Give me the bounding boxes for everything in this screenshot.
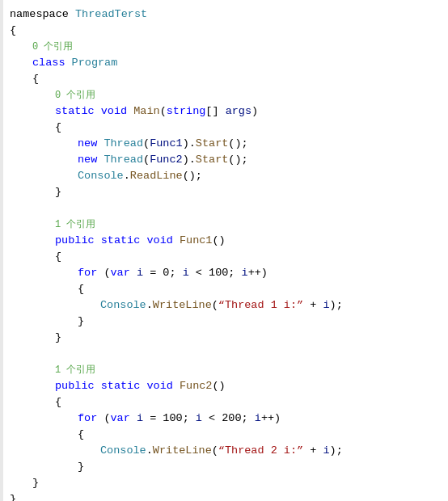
token-plain: }	[55, 186, 61, 198]
code-content: 1 个引用	[10, 362, 95, 378]
token-plain: (	[104, 267, 110, 279]
code-line: 1 个引用	[0, 362, 448, 378]
code-line: Console.WriteLine(“Thread 2 i:” + i);	[0, 443, 448, 459]
code-content: }	[10, 184, 61, 200]
code-line: new Thread(Func2).Start();	[0, 152, 448, 168]
code-content: {	[10, 120, 61, 136]
code-line: namespace ThreadTerst	[0, 6, 448, 23]
code-content: for (var i = 100; i < 200; i++)	[10, 410, 281, 427]
code-content: new Thread(Func1).Start();	[10, 136, 248, 152]
token-comment: 1 个引用	[55, 219, 95, 230]
token-kw: public	[55, 380, 101, 392]
token-plain: )	[251, 105, 258, 117]
token-string: “Thread 1 i:”	[218, 299, 303, 311]
token-plain: (	[212, 299, 218, 311]
token-kw: void	[146, 380, 180, 392]
token-plain: < 100;	[189, 267, 242, 279]
token-kw: static	[101, 234, 147, 246]
token-varname: i	[323, 299, 330, 311]
code-line: }	[0, 475, 448, 491]
token-kw: class	[32, 57, 72, 69]
code-line: 1 个引用	[0, 217, 448, 233]
token-varname: Func1	[150, 137, 183, 149]
code-line: {	[0, 120, 448, 136]
code-line: static void Main(string[] args)	[0, 103, 448, 120]
token-plain: = 100;	[143, 412, 196, 424]
token-plain: ++)	[261, 412, 281, 424]
code-content: Console.WriteLine(“Thread 1 i:” + i);	[10, 297, 343, 314]
code-line: public static void Func1()	[0, 233, 448, 249]
token-plain: (	[212, 444, 218, 457]
token-plain: +	[303, 444, 323, 457]
code-content: public static void Func2()	[10, 378, 226, 394]
token-plain: {	[55, 121, 61, 133]
code-content: {	[10, 249, 61, 265]
code-content: Console.WriteLine(“Thread 2 i:” + i);	[10, 443, 343, 459]
token-plain: .	[146, 444, 153, 457]
token-method: Func2	[180, 380, 213, 392]
token-plain: (	[104, 412, 110, 424]
code-content: Console.ReadLine();	[10, 168, 202, 184]
code-line: {	[0, 71, 448, 87]
token-varname: args	[226, 105, 251, 117]
token-method: WriteLine	[153, 444, 212, 457]
token-classname: Program	[72, 57, 118, 69]
token-plain: }	[10, 493, 16, 501]
token-plain: ()	[212, 380, 225, 392]
code-line: }	[0, 184, 448, 200]
code-line: }	[0, 459, 448, 475]
code-line	[0, 200, 448, 217]
token-method: Start	[196, 154, 229, 166]
token-kw: new	[78, 137, 104, 149]
code-editor: namespace ThreadTerst{0 个引用class Program…	[0, 0, 448, 501]
code-content: }	[10, 330, 61, 346]
token-varname: i	[137, 412, 143, 424]
code-content: namespace ThreadTerst	[10, 6, 147, 23]
token-varname: i	[137, 267, 143, 279]
token-kw: new	[78, 154, 104, 166]
token-classname: ThreadTerst	[75, 8, 147, 20]
token-plain: .	[146, 299, 153, 311]
token-plain: {	[78, 283, 84, 295]
token-plain: < 200;	[202, 412, 255, 424]
code-line: {	[0, 23, 448, 39]
token-kw: string	[167, 105, 206, 117]
token-plain: ();	[228, 154, 247, 166]
code-content: }	[10, 491, 16, 501]
token-method: ReadLine	[130, 170, 183, 182]
token-plain: ();	[183, 170, 202, 182]
token-varname: i	[255, 412, 261, 424]
code-line: 0 个引用	[0, 39, 448, 55]
token-plain: = 0;	[143, 267, 183, 279]
code-line: {	[0, 394, 448, 410]
token-plain: );	[330, 444, 343, 457]
token-plain: ).	[183, 154, 196, 166]
token-kw: var	[111, 267, 137, 279]
code-line: for (var i = 100; i < 200; i++)	[0, 410, 448, 427]
token-plain: {	[78, 428, 84, 440]
token-string: “Thread 2 i:”	[218, 444, 303, 457]
code-content: }	[10, 475, 39, 491]
token-plain: (	[143, 137, 150, 149]
token-kw: static	[55, 105, 101, 117]
code-content: {	[10, 427, 84, 443]
token-plain: }	[32, 477, 39, 489]
token-classname: Thread	[104, 137, 143, 149]
code-line: }	[0, 330, 448, 346]
token-plain: ++)	[248, 267, 268, 279]
token-plain: {	[32, 73, 39, 85]
token-plain: {	[55, 396, 61, 408]
token-method: Start	[196, 137, 229, 149]
token-kw: void	[101, 105, 134, 117]
token-plain: }	[55, 331, 61, 343]
code-content: class Program	[10, 55, 117, 71]
code-line: {	[0, 249, 448, 265]
code-line: }	[0, 491, 448, 501]
token-plain: +	[303, 299, 323, 311]
code-line: class Program	[0, 55, 448, 71]
code-content: }	[10, 314, 84, 330]
token-plain: (	[160, 105, 167, 117]
token-varname: i	[196, 412, 202, 424]
token-comment: 0 个引用	[32, 41, 73, 53]
token-classname: Thread	[104, 154, 143, 166]
